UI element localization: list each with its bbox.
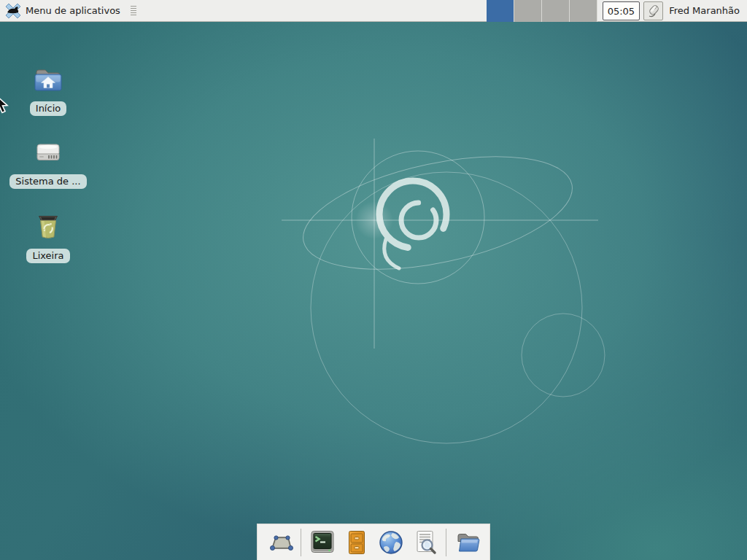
panel-clock[interactable]: 05:05 [603, 1, 640, 20]
workspace-4[interactable] [570, 0, 597, 22]
search-document-icon [411, 529, 439, 556]
desktop-icon-label: Início [30, 101, 66, 116]
applications-menu-button[interactable]: Menu de aplicativos [0, 0, 123, 22]
workspace-2[interactable] [514, 0, 542, 22]
debian-lines-wallpaper [0, 22, 747, 560]
app-finder-launcher[interactable] [408, 526, 442, 559]
desktop-icon-home[interactable]: Início [13, 63, 83, 116]
applications-menu-label: Menu de aplicativos [26, 5, 120, 16]
session-username[interactable]: Fred Maranhão [669, 5, 740, 16]
desktop-icon-label: Sistema de ... [9, 174, 86, 189]
filesystem-drive-icon [31, 136, 65, 169]
desktop-icon-trash[interactable]: Lixeira [13, 210, 83, 263]
terminal-icon [309, 529, 336, 556]
web-browser-launcher[interactable] [374, 526, 408, 559]
globe-icon [377, 529, 405, 556]
home-folder-icon [31, 63, 65, 96]
top-panel: Menu de aplicativos 05:05 Fred Maranhão [0, 0, 747, 22]
show-desktop-button[interactable] [263, 526, 297, 559]
file-manager-launcher[interactable] [339, 526, 374, 559]
workspace-1[interactable] [487, 0, 514, 22]
dock-separator [446, 529, 446, 556]
launcher-dock [257, 524, 490, 560]
workspace-switcher [487, 0, 597, 22]
show-desktop-icon [266, 529, 294, 556]
file-browser-launcher[interactable] [450, 526, 484, 559]
xfce-mouse-logo-icon [4, 3, 22, 19]
terminal-launcher[interactable] [305, 526, 339, 559]
desktop: Início Sistema de ... [0, 22, 747, 560]
desktop-icon-filesystem[interactable]: Sistema de ... [13, 136, 83, 189]
dock-separator [301, 529, 301, 556]
desktop-icon-label: Lixeira [26, 249, 69, 263]
mouse-icon [646, 4, 661, 18]
tray-mouse-button[interactable] [643, 1, 663, 20]
trash-icon [31, 210, 65, 244]
folder-icon [454, 529, 481, 556]
panel-grip-handle[interactable] [131, 6, 136, 15]
file-cabinet-icon [343, 529, 371, 556]
workspace-3[interactable] [542, 0, 570, 22]
